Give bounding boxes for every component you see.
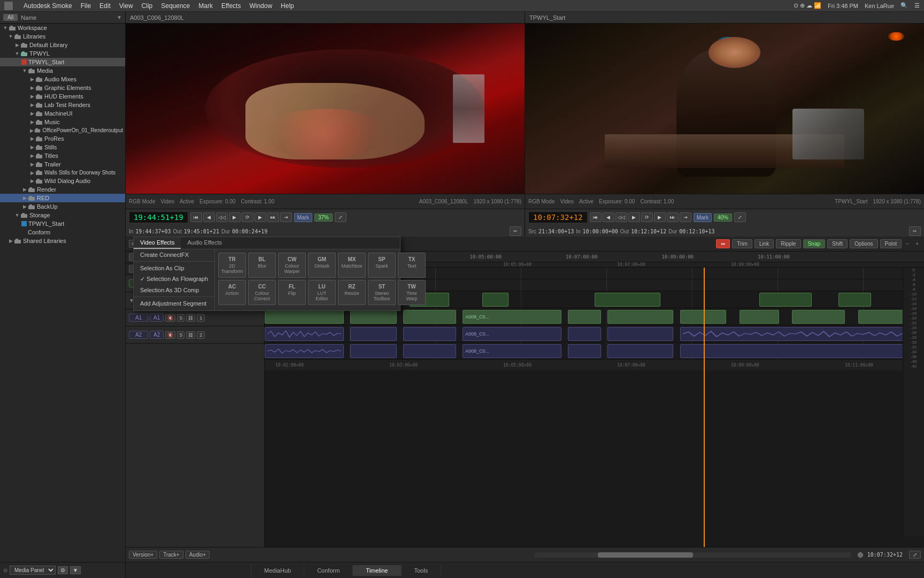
ripple-btn[interactable]: Ripple (776, 239, 800, 248)
effect-time-warp[interactable]: TWTimeWarp (398, 280, 426, 305)
effect-blur[interactable]: BLBlur (248, 253, 276, 278)
audio-a1-4[interactable] (568, 327, 601, 341)
sidebar-item-graphic-elements[interactable]: ▶ Graphic Elements (0, 83, 125, 92)
track-a1-mute[interactable]: 🔇 (165, 314, 175, 322)
audio-a1-a008[interactable]: A008_C0... (463, 327, 561, 341)
clip-v11-7[interactable] (740, 310, 779, 324)
shuttle-btn-left[interactable]: ⇥ (280, 212, 292, 222)
effect-gmask[interactable]: GMGMask (308, 253, 336, 278)
sidebar-item-conform[interactable]: Conform (0, 228, 125, 237)
menu-sequence[interactable]: Sequence (161, 2, 190, 10)
sidebar-item-libraries[interactable]: ▼ Libraries (0, 32, 125, 41)
sidebar-item-stills[interactable]: ▶ Stills (0, 143, 125, 151)
audio-a1-5[interactable] (607, 327, 673, 341)
sidebar-item-media[interactable]: ▼ Media (0, 66, 125, 75)
clip-v11-3[interactable] (403, 310, 456, 324)
sidebar-item-render[interactable]: ▶ Render (0, 185, 125, 194)
menu-edit[interactable]: Edit (99, 2, 111, 10)
effect-colour-correct[interactable]: CCColourCorrect (248, 280, 276, 305)
prev-frame-btn-left[interactable]: ◀ (203, 212, 215, 222)
sidebar-item-hud-elements[interactable]: ▶ HUD Elements (0, 92, 125, 101)
effect-lut-editor[interactable]: LULUTEditor (308, 280, 336, 305)
sidebar-item-prores[interactable]: ▶ ProRes (0, 134, 125, 143)
gear-button[interactable]: ⚙ (58, 566, 68, 574)
scrollbar-thumb[interactable] (598, 552, 693, 558)
clip-v11-4[interactable] (568, 310, 601, 324)
play-reverse-btn-left[interactable]: ◁◁ (216, 212, 228, 222)
sidebar-item-audio-mixes[interactable]: ▶ Audio Mixes (0, 75, 125, 83)
effect-flip[interactable]: FLFlip (278, 280, 306, 305)
clip-v11-5[interactable] (607, 310, 673, 324)
play-loop-btn-right[interactable]: ⟳ (641, 212, 653, 222)
track-a1-name2[interactable]: A1 (150, 314, 164, 322)
go-start-btn-left[interactable]: ⏮ (190, 212, 202, 222)
search-icon[interactable]: 🔍 (900, 2, 908, 9)
audio-a2-5[interactable] (607, 344, 673, 358)
sidebar-item-officepoweron[interactable]: ▶ OfficePowerOn_01_Renderoutput (0, 126, 125, 134)
selection-as-flowgraph-item[interactable]: Selection As Flowgraph (134, 273, 214, 285)
menu-view[interactable]: View (119, 2, 133, 10)
effect-spark[interactable]: SPSpark (368, 253, 396, 278)
track-a1-solo[interactable]: S (177, 314, 184, 322)
audio-a1-2[interactable] (350, 327, 396, 341)
track-a2-mute[interactable]: 🔇 (165, 331, 175, 339)
track-a2-name2[interactable]: A2 (150, 331, 164, 339)
effect-text[interactable]: TXText (398, 253, 426, 278)
sidebar-item-machineui[interactable]: ▶ MachineUI (0, 109, 125, 118)
clip-v12-4[interactable] (482, 293, 509, 307)
audio-plus-btn[interactable]: Audio+ (186, 551, 210, 559)
track-a2-name[interactable]: A2 (129, 331, 148, 339)
zoom-left[interactable]: 37% (314, 214, 333, 222)
menu-icon[interactable]: ☰ (914, 2, 920, 9)
track-a1-num[interactable]: 1 (197, 314, 205, 322)
sidebar-item-tpwyl-start2[interactable]: TPWYL_Start (0, 219, 125, 228)
go-end-btn-right[interactable]: ⏭ (667, 212, 679, 222)
sidebar-item-titles[interactable]: ▶ Titles (0, 151, 125, 160)
menu-file[interactable]: File (81, 2, 91, 10)
sidebar-item-workspace[interactable]: ▼ Workspace (0, 24, 125, 32)
create-connectfx-item[interactable]: Create ConnectFX (134, 249, 214, 260)
add-adjustment-item[interactable]: Add Adjustment Segment (134, 298, 214, 309)
point-btn[interactable]: Point (880, 239, 902, 248)
effect-2d-transform[interactable]: TR2DTransform (218, 253, 246, 278)
media-panel-select[interactable]: Media Panel (10, 566, 56, 575)
audio-a2-1[interactable] (265, 344, 344, 358)
sidebar-item-lab-test-renders[interactable]: ▶ Lab Test Renders (0, 101, 125, 109)
fullscreen-btn-right[interactable]: ⤢ (734, 212, 746, 222)
tab-conform[interactable]: Conform (304, 565, 353, 576)
next-frame-btn-left[interactable]: ▶ (255, 212, 266, 222)
effect-resize[interactable]: RZResize (338, 280, 366, 305)
tab-timeline[interactable]: Timeline (353, 565, 401, 576)
next-frame-btn-right[interactable]: ▶ (654, 212, 666, 222)
sidebar-item-shared-libraries[interactable]: ▶ Shared Libraries (0, 237, 125, 245)
mark-btn-left[interactable]: Mark (294, 213, 312, 222)
menu-effects[interactable]: Effects (221, 2, 241, 10)
shuttle-btn-right[interactable]: ⇥ (680, 212, 691, 222)
audio-a2-a008[interactable]: A008_C0... (463, 344, 561, 358)
trim-icon-right[interactable]: ✂ (909, 226, 921, 236)
track-a2-solo[interactable]: S (177, 331, 184, 339)
clip-v11-8[interactable] (792, 310, 845, 324)
link-btn[interactable]: Link (754, 239, 774, 248)
tab-tools[interactable]: Tools (402, 565, 442, 576)
track-row-a2[interactable]: A008_C0... (265, 343, 924, 360)
play-reverse-btn-right[interactable]: ◁◁ (615, 212, 627, 222)
tab-audio-effects[interactable]: Audio Effects (181, 237, 228, 249)
fullscreen-btn-left[interactable]: ⤢ (335, 212, 346, 222)
sidebar-item-walls-stills[interactable]: ▶ Walls Stills for Doorway Shots (0, 169, 125, 177)
clip-v11-2[interactable] (350, 310, 396, 324)
mark-btn-right[interactable]: Mark (694, 213, 712, 222)
effect-action[interactable]: ACAction (218, 280, 246, 305)
options-btn[interactable]: Options (850, 239, 877, 248)
timeline-scrollbar[interactable] (535, 552, 851, 558)
track-plus-btn[interactable]: Track+ (159, 551, 183, 559)
sidebar-item-trailer[interactable]: ▶ Trailer (0, 160, 125, 169)
shift-btn[interactable]: Shift (827, 239, 848, 248)
effect-matchbox[interactable]: MXMatchbox (338, 253, 366, 278)
play-loop-btn-left[interactable]: ⟳ (242, 212, 253, 222)
track-a2-link[interactable]: ⛓ (186, 331, 195, 339)
track-a2-num[interactable]: 2 (197, 331, 205, 339)
zoom-right[interactable]: 40% (714, 214, 732, 222)
snap-btn[interactable]: Snap (803, 239, 825, 248)
audio-a2-4[interactable] (568, 344, 601, 358)
